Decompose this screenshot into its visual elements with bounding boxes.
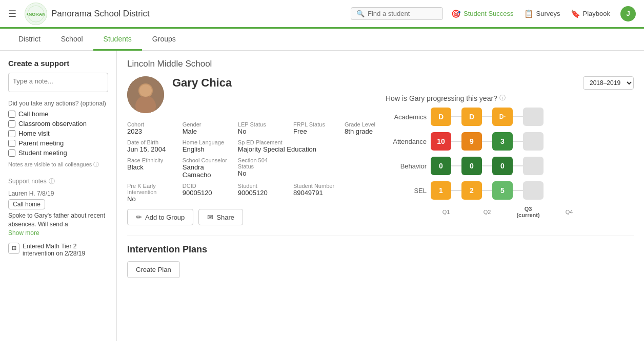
parent-meeting-checkbox-row: Parent meeting: [8, 139, 108, 147]
classroom-observation-checkbox[interactable]: [8, 120, 15, 127]
search-input[interactable]: [368, 10, 434, 17]
attendance-q2-dot[interactable]: 9: [461, 132, 482, 151]
note-entry-2: ⊞ Entered Math Tier 2 intervention on 2/…: [8, 243, 108, 257]
nav-tab-students[interactable]: Students: [93, 29, 142, 51]
homelang-cell: Home Language English: [183, 139, 228, 153]
academics-q3-dot[interactable]: D-: [492, 108, 513, 126]
academics-dots: D D D-: [431, 108, 544, 126]
frpl-cell: FRPL Status Free: [293, 121, 334, 135]
gender-cell: Gender Male: [183, 121, 228, 135]
behavior-dots: 0 0 0: [431, 157, 544, 175]
blank1: [293, 157, 334, 179]
share-button[interactable]: ✉ Share: [198, 209, 243, 225]
behavior-q4-dot: [523, 157, 544, 175]
attendance-dots: 10 9 3: [431, 132, 544, 151]
svg-text:PANORAMA: PANORAMA: [27, 12, 45, 17]
share-icon: ✉: [207, 213, 213, 221]
cohort-cell: Cohort 2023: [127, 121, 172, 135]
dob-cell: Date of Birth Jun 15, 2004: [127, 139, 172, 153]
connector: [513, 116, 523, 117]
prek-label: Pre K Early Intervention: [127, 183, 172, 195]
logo: PANORAMA Panorama School District: [25, 3, 150, 25]
search-icon: 🔍: [356, 10, 365, 17]
dcid-label: DCID: [183, 183, 228, 189]
add-to-group-button[interactable]: ✏ Add to Group: [127, 209, 193, 225]
action-buttons: ✏ Add to Group ✉ Share: [127, 209, 375, 225]
hamburger-menu-icon[interactable]: ☰: [8, 8, 16, 19]
nav-tab-school[interactable]: School: [51, 29, 93, 51]
lep-label: LEP Status: [238, 121, 283, 127]
search-bar[interactable]: 🔍: [351, 7, 443, 20]
attendance-q3-dot[interactable]: 3: [492, 132, 513, 151]
student-avatar-image: [127, 76, 164, 113]
student-success-link[interactable]: 🎯 Student Success: [451, 9, 514, 18]
intervention-note-icon: ⊞: [8, 243, 19, 254]
connector: [513, 190, 523, 191]
call-home-checkbox[interactable]: [8, 111, 15, 118]
note-entry-1: Lauren H. 7/8/19 Call home Spoke to Gary…: [8, 190, 108, 237]
top-section: Gary Chica Cohort 2023 Gender Male LEP S…: [127, 76, 634, 225]
classroom-observation-label: Classroom observation: [18, 120, 87, 127]
gender-label: Gender: [183, 121, 228, 127]
note-textarea[interactable]: [8, 73, 108, 92]
logo-image: PANORAMA: [25, 3, 47, 25]
sel-q2-dot[interactable]: 2: [461, 181, 482, 200]
sped-value: Majority Special Education: [238, 145, 375, 153]
student-header: Gary Chica: [127, 76, 375, 113]
student-details-grid: Cohort 2023 Gender Male LEP Status No FR…: [127, 121, 375, 203]
actions-label: Did you take any actions? (optional): [8, 100, 108, 107]
sped-label: Sp ED Placement: [238, 139, 375, 145]
sec504-label: Section 504 Status: [238, 157, 283, 169]
intervention-section: Intervention Plans Create Plan: [127, 236, 634, 278]
academics-q1-dot[interactable]: D: [431, 108, 451, 126]
nav-tab-district[interactable]: District: [8, 29, 51, 51]
create-plan-button[interactable]: Create Plan: [127, 261, 180, 278]
progress-info-icon: ⓘ: [499, 94, 506, 102]
frpl-value: Free: [293, 127, 334, 135]
prek-value: No: [127, 195, 172, 203]
playbook-link[interactable]: 🔖 Playbook: [571, 9, 610, 18]
grade-value: 8th grade: [345, 127, 375, 135]
student-number-label: Student Number: [293, 183, 334, 189]
school-name: Lincoln Middle School: [127, 59, 634, 69]
svg-point-5: [139, 84, 152, 97]
connector: [482, 141, 492, 142]
frpl-label: FRPL Status: [293, 121, 334, 127]
student-meeting-checkbox[interactable]: [8, 150, 15, 157]
connector: [513, 141, 523, 142]
gender-value: Male: [183, 127, 228, 135]
home-visit-checkbox[interactable]: [8, 130, 15, 137]
content-area: Lincoln Middle School: [117, 51, 644, 341]
sel-q1-dot[interactable]: 1: [431, 181, 451, 200]
support-notes-info-icon: ⓘ: [49, 178, 55, 185]
connector: [482, 116, 492, 117]
sel-q4-dot: [523, 181, 544, 200]
sped-cell: Sp ED Placement Majority Special Educati…: [238, 139, 375, 153]
student-number-value: 89049791: [293, 189, 334, 197]
surveys-icon: 📋: [524, 9, 534, 18]
parent-meeting-checkbox[interactable]: [8, 140, 15, 147]
sel-q3-dot[interactable]: 5: [492, 181, 513, 200]
progress-chart: Academics D D D- Attendanc: [386, 108, 634, 218]
note-meta-1: Lauren H. 7/8/19: [8, 190, 108, 197]
user-avatar[interactable]: J: [620, 6, 636, 22]
behavior-q3-dot[interactable]: 0: [492, 157, 513, 175]
academics-row: Academics D D D-: [386, 108, 634, 126]
q1-label: Q1: [431, 209, 461, 215]
behavior-q1-dot[interactable]: 0: [431, 157, 451, 175]
sel-row: SEL 1 2 5: [386, 181, 634, 200]
cohort-value: 2023: [127, 127, 172, 135]
nav-tab-groups[interactable]: Groups: [142, 29, 186, 51]
attendance-q1-dot[interactable]: 10: [431, 132, 451, 151]
behavior-q2-dot[interactable]: 0: [461, 157, 482, 175]
show-more-link[interactable]: Show more: [8, 229, 39, 237]
academics-q2-dot[interactable]: D: [461, 108, 482, 126]
surveys-link[interactable]: 📋 Surveys: [524, 9, 560, 18]
student-name-block: Gary Chica: [172, 76, 232, 94]
dob-label: Date of Birth: [127, 139, 172, 145]
counselor-cell: School Counselor Sandra Camacho: [183, 157, 228, 179]
year-select-dropdown[interactable]: 2018–2019: [583, 76, 634, 90]
logo-text: Panorama School District: [51, 9, 150, 19]
student-success-label: Student Success: [464, 10, 514, 17]
student-number-cell: Student Number 89049791: [293, 183, 334, 203]
